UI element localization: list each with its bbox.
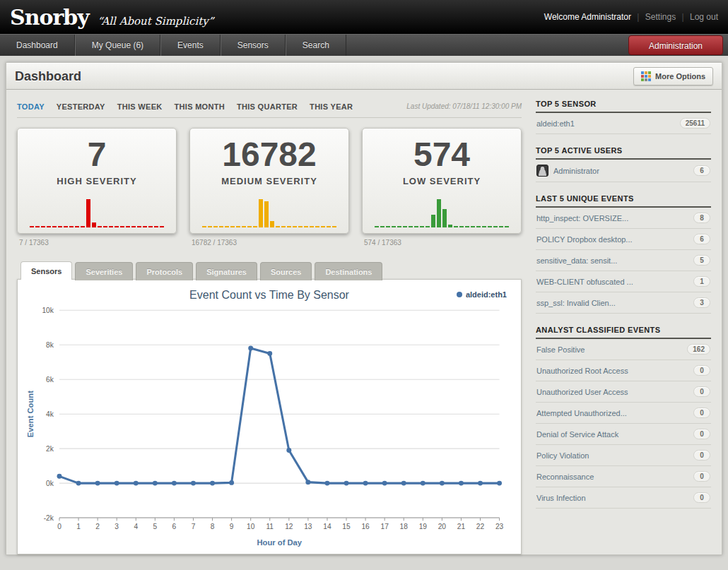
sidebar-item-web-client-obfuscated[interactable]: WEB-CLIENT obfuscated ... [536, 278, 633, 286]
sidebar-row-left: Virus Infection [536, 494, 586, 502]
sidebar-item-http-inspect-oversize[interactable]: http_inspect: OVERSIZE... [536, 214, 628, 222]
metric-sparkline [202, 198, 336, 227]
sidebar-item-policy-violation[interactable]: Policy Violation [536, 451, 589, 460]
spark-bar [236, 226, 240, 227]
more-options-button[interactable]: More Options [633, 67, 713, 85]
svg-text:12: 12 [285, 523, 293, 530]
spark-bar [270, 221, 274, 227]
separator: | [637, 12, 639, 22]
svg-text:8k: 8k [46, 341, 54, 349]
svg-text:-2k: -2k [44, 514, 54, 522]
sidebar-item-virus-infection[interactable]: Virus Infection [536, 494, 586, 502]
count-badge: 0 [693, 386, 710, 397]
sidebar-row: POLICY Dropbox desktop...6 [536, 229, 711, 250]
sidebar-row: Reconnaissance0 [536, 466, 711, 487]
sidebar-section-top-5-sensor: TOP 5 SENSORaldeid:eth125611 [536, 100, 711, 134]
spark-bar [81, 226, 85, 227]
time-tab-this-quarter[interactable]: THIS QUARTER [237, 102, 298, 111]
count-badge: 0 [693, 492, 710, 503]
sidebar-section-title: TOP 5 SENSOR [536, 100, 711, 113]
spark-bar [327, 226, 331, 227]
time-tab-yesterday[interactable]: YESTERDAY [57, 102, 105, 111]
nav-tab-search[interactable]: Search [286, 35, 346, 56]
settings-link[interactable]: Settings [645, 12, 676, 22]
sidebar-item-administrator[interactable]: Administrator [553, 167, 599, 175]
time-tab-this-month[interactable]: THIS MONTH [175, 102, 225, 111]
spark-bar [213, 226, 218, 227]
chart-panel: Event Count vs Time By Sensor aldeid:eth… [17, 279, 522, 554]
sidebar-item-unauthorized-root-access[interactable]: Unauthorized Root Access [536, 367, 628, 375]
time-filter-row: TODAYYESTERDAYTHIS WEEKTHIS MONTHTHIS QU… [17, 100, 522, 118]
spark-bar [98, 226, 102, 227]
svg-text:4: 4 [134, 523, 138, 530]
nav-tab-sensors[interactable]: Sensors [221, 35, 286, 56]
spark-bar [392, 226, 396, 227]
svg-text:10k: 10k [42, 307, 54, 314]
sidebar-row-left: Policy Violation [536, 451, 589, 460]
page-header: Dashboard More Options [6, 63, 722, 90]
svg-text:14: 14 [323, 523, 331, 530]
chart-tab-severities[interactable]: Severities [75, 262, 133, 280]
svg-text:16: 16 [361, 523, 370, 530]
sidebar-row: aldeid:eth125611 [536, 113, 711, 134]
chart-tab-destinations[interactable]: Destinations [315, 262, 382, 280]
nav-tab-my-queue-6[interactable]: My Queue (6) [75, 35, 160, 56]
sidebar-item-aldeid-eth1[interactable]: aldeid:eth1 [536, 119, 575, 128]
sidebar-item-attempted-unauthorized[interactable]: Attempted Unauthorized... [536, 409, 627, 417]
time-tab-today[interactable]: TODAY [17, 102, 45, 111]
administration-button[interactable]: Administration [628, 35, 723, 55]
count-badge: 162 [687, 344, 710, 355]
svg-text:10: 10 [247, 523, 255, 530]
snorby-logo[interactable]: Snorby [10, 5, 89, 30]
spark-bar [120, 226, 124, 227]
svg-text:8: 8 [211, 523, 215, 530]
sidebar-item-denial-of-service-attack[interactable]: Denial of Service Attack [536, 430, 618, 439]
chart-tab-signatures[interactable]: Signatures [196, 262, 257, 280]
spark-bar [448, 225, 452, 227]
spark-bar [315, 226, 319, 227]
main-navbar: DashboardMy Queue (6)EventsSensorsSearch… [0, 34, 728, 56]
nav-tab-dashboard[interactable]: Dashboard [0, 35, 75, 56]
content-panel: Dashboard More Options TODAYYESTERDAYTHI… [6, 62, 722, 555]
svg-text:Hour of Day: Hour of Day [257, 538, 302, 547]
sidebar-item-sensitive-data-sensit[interactable]: sensitive_data: sensit... [536, 256, 617, 265]
svg-text:2: 2 [95, 523, 100, 530]
spark-bar [103, 226, 107, 227]
svg-text:0k: 0k [46, 480, 54, 487]
metric-value: 16782 [222, 137, 316, 172]
chart-legend[interactable]: aldeid:eth1 [457, 290, 507, 299]
sidebar-item-unauthorized-user-access[interactable]: Unauthorized User Access [536, 388, 628, 396]
metric-value: 574 [413, 137, 470, 172]
nav-tab-events[interactable]: Events [160, 35, 221, 56]
sidebar-row: Denial of Service Attack0 [536, 424, 711, 445]
spark-bar [115, 226, 119, 227]
grid-icon [641, 71, 651, 81]
last-updated-text: Last Updated: 07/18/11 12:30:00 PM [406, 102, 522, 110]
spark-bar [437, 199, 441, 227]
sidebar-row-left: POLICY Dropbox desktop... [536, 235, 633, 244]
avatar-icon [536, 165, 548, 177]
sidebar-row: ssp_ssl: Invalid Clien...3 [536, 292, 711, 314]
svg-text:13: 13 [304, 523, 312, 530]
metric-caption: 574 / 17363 [364, 239, 522, 247]
chart-tab-sensors[interactable]: Sensors [20, 261, 72, 280]
count-badge: 5 [693, 255, 710, 266]
spark-bar [409, 226, 413, 227]
time-tab-this-year[interactable]: THIS YEAR [310, 102, 353, 111]
count-badge: 6 [693, 234, 710, 244]
sidebar-row-left: Unauthorized User Access [536, 388, 628, 396]
sidebar-item-policy-dropbox-desktop[interactable]: POLICY Dropbox desktop... [536, 235, 633, 244]
sidebar-item-ssp-ssl-invalid-clien[interactable]: ssp_ssl: Invalid Clien... [536, 299, 616, 307]
logout-link[interactable]: Log out [690, 12, 718, 22]
sidebar-section-top-5-active-users: TOP 5 ACTIVE USERSAdministrator6 [536, 146, 711, 182]
chart-tab-protocols[interactable]: Protocols [136, 262, 193, 280]
sidebar-section-title: TOP 5 ACTIVE USERS [536, 146, 711, 160]
sidebar-item-false-positive[interactable]: False Positive [536, 345, 585, 354]
svg-text:19: 19 [419, 523, 428, 530]
time-tab-this-week[interactable]: THIS WEEK [117, 102, 163, 111]
sidebar-item-reconnaissance[interactable]: Reconnaissance [536, 473, 594, 481]
chart-tab-sources[interactable]: Sources [260, 262, 312, 280]
spark-bar [321, 226, 325, 227]
sidebar-row: False Positive162 [536, 339, 711, 360]
svg-text:6k: 6k [46, 376, 54, 384]
